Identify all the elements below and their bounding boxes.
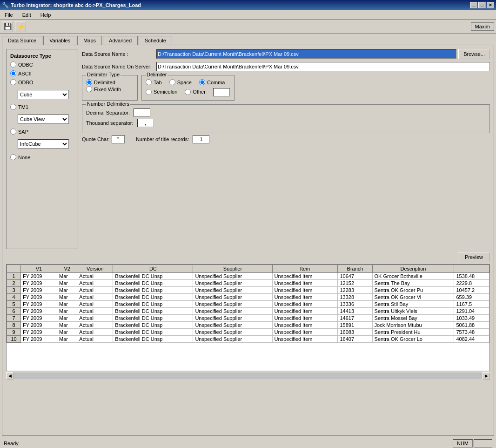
cell-dc: Brackenfell DC Unsp: [113, 315, 193, 322]
cell-dc: Brackenfell DC Unsp: [113, 301, 193, 308]
cell-version: Actual: [77, 280, 113, 287]
col-header-version: Version: [77, 265, 113, 273]
comma-radio-row[interactable]: Comma: [199, 79, 225, 85]
cell-rownum: 1: [7, 273, 21, 280]
cell-rownum: 5: [7, 301, 21, 308]
cell-v1: FY 2009: [21, 273, 57, 280]
scroll-right-arrow[interactable]: ▶: [483, 372, 490, 380]
table-row: 10 FY 2009 Mar Actual Brackenfell DC Uns…: [7, 336, 489, 343]
tab-advanced[interactable]: Advanced: [103, 36, 138, 45]
radio-ascii-input[interactable]: [10, 70, 16, 76]
tab-radio-row[interactable]: Tab: [146, 79, 162, 85]
cell-item: Unspecified Item: [272, 315, 338, 322]
radio-odbc-input[interactable]: [10, 61, 16, 68]
menu-file[interactable]: File: [2, 11, 16, 19]
radio-none[interactable]: None: [10, 154, 74, 160]
cell-version: Actual: [77, 301, 113, 308]
table-row: 2 FY 2009 Mar Actual Brackenfell DC Unsp…: [7, 280, 489, 287]
cell-v2: Mar: [57, 315, 77, 322]
comma-radio[interactable]: [199, 79, 205, 85]
cubeview-select[interactable]: Cube View: [18, 115, 69, 124]
minimize-button[interactable]: _: [470, 2, 477, 8]
delimiter-title: Delimiter: [146, 72, 168, 77]
space-radio[interactable]: [169, 79, 175, 85]
radio-odbo-input[interactable]: [10, 79, 16, 85]
col-header-dc: DC: [113, 265, 193, 273]
radio-none-input[interactable]: [10, 154, 16, 160]
tab-radio[interactable]: [146, 79, 152, 85]
radio-odbc[interactable]: ODBC: [10, 61, 74, 68]
cube-select[interactable]: Cube: [18, 90, 69, 99]
other-radio[interactable]: [185, 89, 191, 95]
thousand-separator-input[interactable]: [137, 119, 154, 127]
space-radio-row[interactable]: Space: [169, 79, 192, 85]
menu-edit[interactable]: Edit: [20, 11, 34, 19]
data-source-name-row: Data Source Name : Browse...: [82, 49, 490, 59]
data-source-server-input[interactable]: [156, 62, 490, 71]
other-radio-row[interactable]: Other: [185, 89, 206, 95]
semicolon-radio-row[interactable]: Semicolon: [146, 89, 177, 95]
data-source-server-row: Data Source Name On Server:: [82, 62, 490, 71]
radio-sap[interactable]: SAP: [10, 129, 74, 135]
quote-char-input[interactable]: [112, 135, 125, 143]
cell-version: Actual: [77, 308, 113, 315]
cell-rownum: 4: [7, 294, 21, 301]
radio-sap-input[interactable]: [10, 129, 16, 135]
cell-item: Unspecified Item: [272, 308, 338, 315]
cell-branch: 10647: [338, 273, 372, 280]
scroll-track[interactable]: [13, 373, 483, 379]
fixedwidth-label: Fixed Width: [94, 87, 121, 92]
save-icon: 💾: [4, 23, 12, 30]
data-table-container[interactable]: V1 V2 Version DC Supplier Item Branch De…: [6, 264, 490, 371]
tab-maps[interactable]: Maps: [77, 36, 102, 45]
menu-help[interactable]: Help: [38, 11, 54, 19]
title-records-row: Number of title records:: [136, 135, 209, 143]
cell-extra: 7573.48: [454, 329, 489, 336]
semicolon-radio[interactable]: [146, 89, 152, 95]
decimal-separator-input[interactable]: [134, 109, 150, 117]
other-delimiter-input[interactable]: [213, 88, 230, 96]
quote-char-row: Quote Char:: [82, 135, 125, 143]
infocube-select[interactable]: InfoCube: [18, 139, 69, 149]
radio-ascii[interactable]: ASCII: [10, 70, 74, 76]
cell-dc: Brackenfell DC Unsp: [113, 308, 193, 315]
cell-version: Actual: [77, 329, 113, 336]
title-records-input[interactable]: [193, 135, 209, 143]
cell-branch: 15891: [338, 322, 372, 329]
cell-description: Sentra OK Grocer Lo: [372, 336, 454, 343]
radio-tm1-input[interactable]: [10, 104, 16, 110]
datasource-type-title: Datasource Type: [10, 53, 74, 59]
cell-dc: Brackenfell DC Unsp: [113, 273, 193, 280]
radio-odbo[interactable]: ODBO: [10, 79, 74, 85]
delimited-radio[interactable]: [86, 79, 92, 85]
run-button[interactable]: ⚡: [15, 21, 26, 32]
cell-dc: Brackenfell DC Unsp: [113, 294, 193, 301]
fixedwidth-radio-row[interactable]: Fixed Width: [86, 86, 134, 92]
delimiter-section: Delimiter Type Delimited Fixed Width: [82, 75, 490, 101]
data-source-name-input[interactable]: [156, 49, 456, 59]
scroll-left-arrow[interactable]: ◀: [6, 372, 13, 380]
cell-v2: Mar: [57, 322, 77, 329]
fixedwidth-radio[interactable]: [86, 86, 92, 92]
table-row: 7 FY 2009 Mar Actual Brackenfell DC Unsp…: [7, 315, 489, 322]
cell-v2: Mar: [57, 329, 77, 336]
preview-button[interactable]: Preview: [458, 252, 490, 262]
cell-item: Unspecified Item: [272, 322, 338, 329]
table-row: 9 FY 2009 Mar Actual Brackenfell DC Unsp…: [7, 329, 489, 336]
browse-button[interactable]: Browse...: [458, 49, 490, 59]
tab-data-source[interactable]: Data Source: [2, 36, 42, 45]
save-button[interactable]: 💾: [2, 21, 13, 32]
cell-description: OK Grocer Bothaville: [372, 273, 454, 280]
tab-schedule[interactable]: Schedule: [139, 36, 172, 45]
bottom-scrollbar[interactable]: ◀ ▶: [6, 372, 490, 380]
cell-extra: 1033.49: [454, 315, 489, 322]
radio-tm1[interactable]: TM1: [10, 104, 74, 110]
delimited-radio-row[interactable]: Delimited: [86, 79, 134, 85]
maximize-button[interactable]: □: [478, 2, 486, 8]
cell-v1: FY 2009: [21, 301, 57, 308]
close-button[interactable]: ✕: [487, 2, 494, 8]
tab-variables[interactable]: Variables: [43, 36, 76, 45]
cell-v1: FY 2009: [21, 315, 57, 322]
col-header-extra: [454, 265, 489, 273]
data-table: V1 V2 Version DC Supplier Item Branch De…: [7, 265, 489, 343]
